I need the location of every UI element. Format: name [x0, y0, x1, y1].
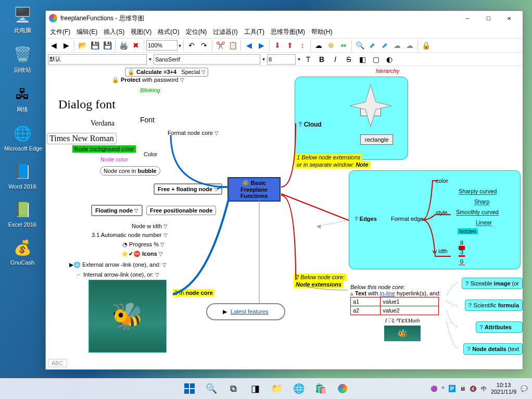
- titlebar[interactable]: freeplaneFunctions - 思维导图 ─ ☐ ✕: [46, 11, 523, 26]
- unfold-button[interactable]: ◀: [243, 40, 255, 51]
- explorer-button[interactable]: 📁: [267, 379, 287, 398]
- print-button[interactable]: 🖨️: [118, 40, 129, 51]
- tray-ime[interactable]: 中: [481, 385, 487, 393]
- search-button[interactable]: 🔍: [201, 379, 221, 398]
- center-button[interactable]: ⊕: [325, 40, 337, 51]
- redo-button[interactable]: ↷: [198, 40, 210, 51]
- font-combo[interactable]: [154, 54, 260, 65]
- scientific-node[interactable]: ? Scientific formula: [465, 300, 523, 311]
- unfold-all-button[interactable]: ⇔: [338, 40, 349, 51]
- menu-edit[interactable]: 编辑(E): [74, 27, 99, 38]
- desktop-icon-computer[interactable]: 🖥️此电脑: [4, 4, 41, 34]
- root-node[interactable]: 🐝 Basic Freeplane Functions: [227, 177, 281, 202]
- edge-color-button[interactable]: ◐: [384, 54, 395, 65]
- style-dropdown[interactable]: ▾: [149, 56, 151, 62]
- icons-node[interactable]: ⭐✔⛔ Icons ▽: [121, 251, 163, 257]
- font-dropdown[interactable]: ▾: [262, 56, 265, 62]
- strike-button[interactable]: S: [343, 54, 354, 65]
- in-node-core-node[interactable]: 3 In node core: [173, 289, 214, 296]
- menu-mindmap[interactable]: 思维导图(M): [269, 27, 307, 38]
- node-bg-button[interactable]: ▢: [370, 54, 382, 65]
- rect-node[interactable]: rectangle: [360, 134, 393, 145]
- protect-node[interactable]: 🔒 Protect with password ▽: [112, 77, 184, 83]
- tray-clock[interactable]: 10:13 2021/11/9: [491, 382, 516, 395]
- tray-chevron-icon[interactable]: ^: [442, 385, 445, 392]
- int-arrow-node[interactable]: ← Internal arrow-link (one), or: ▽: [76, 271, 159, 278]
- format-core-node[interactable]: Format node core ▽: [168, 130, 219, 136]
- start-button[interactable]: [180, 379, 199, 398]
- tray-notifications-icon[interactable]: 💬: [521, 385, 528, 392]
- desktop-icon-excel[interactable]: 📗Excel 2016: [4, 199, 41, 228]
- paste-button[interactable]: 📋: [227, 40, 238, 51]
- bold-button[interactable]: B: [316, 54, 327, 65]
- note2a-node[interactable]: 2 Below node core:: [294, 273, 347, 281]
- free-floating-node[interactable]: Free + floating node ▽: [154, 183, 222, 195]
- node-bg-node[interactable]: Node background color: [72, 145, 136, 153]
- free-position-node[interactable]: Free positionable node: [146, 206, 216, 215]
- floating-node[interactable]: Floating node ▽: [91, 205, 143, 216]
- node-bubble-node[interactable]: Node core in bubble: [100, 166, 160, 176]
- menu-view[interactable]: 视图(V): [129, 27, 154, 38]
- menu-format[interactable]: 格式(O): [156, 27, 181, 38]
- minimize-button[interactable]: ─: [457, 11, 478, 25]
- filter2-button[interactable]: ☁: [404, 40, 415, 51]
- menu-navigate[interactable]: 定位(N): [184, 27, 209, 38]
- close-button[interactable]: ✕: [499, 11, 520, 25]
- tray-volume-icon[interactable]: 🔇: [470, 385, 477, 392]
- hierarchy-node[interactable]: hierarchy: [376, 68, 399, 74]
- blinking-node[interactable]: Blinking: [140, 87, 160, 93]
- goto-button[interactable]: ⬈: [366, 40, 378, 51]
- verdana-node[interactable]: Verdana: [91, 119, 115, 128]
- widgets-button[interactable]: ◨: [245, 379, 265, 398]
- italic-button[interactable]: I: [330, 54, 341, 65]
- desktop-icon-word[interactable]: 📘Word 2016: [4, 161, 41, 190]
- font-label-node[interactable]: Font: [140, 116, 155, 124]
- cut-button[interactable]: ✂️: [214, 40, 226, 51]
- goto2-button[interactable]: ⬈: [379, 40, 390, 51]
- desktop-icon-network[interactable]: 🖧网络: [4, 83, 41, 114]
- menu-file[interactable]: 文件(F): [48, 27, 72, 38]
- details-panel[interactable]: Below this node core: ▵ Text with in-lin…: [350, 284, 454, 341]
- store-button[interactable]: 🛍️: [311, 379, 331, 398]
- fontsize-combo[interactable]: [267, 54, 296, 65]
- zoom-combo[interactable]: [146, 40, 178, 51]
- menu-insert[interactable]: 插入(S): [102, 27, 126, 38]
- color-node[interactable]: Color: [144, 151, 157, 157]
- maximize-button[interactable]: ☐: [478, 11, 499, 25]
- freeplane-taskbar-button[interactable]: [333, 379, 352, 398]
- next-map-button[interactable]: ▶: [60, 40, 72, 51]
- node-color-node[interactable]: Node color: [100, 156, 128, 163]
- menu-tools[interactable]: 工具(T): [242, 27, 267, 38]
- desktop-icon-edge[interactable]: 🌐Microsoft Edge: [4, 123, 41, 152]
- new-sibling2-button[interactable]: ↕: [297, 40, 308, 51]
- zoom-dropdown[interactable]: ▾: [179, 43, 181, 48]
- ext-arrow-node[interactable]: ▶🌐 External arrow -link (one), and: ▽: [69, 261, 167, 268]
- fold-button[interactable]: ▶: [256, 40, 267, 51]
- open-button[interactable]: 📂: [77, 40, 88, 51]
- note1b-node[interactable]: or in separate window: Note: [295, 161, 371, 168]
- tray-display-icon[interactable]: 🖥: [460, 385, 465, 392]
- save-button[interactable]: 💾: [89, 40, 100, 51]
- node-color-button[interactable]: ◧: [357, 54, 368, 65]
- new-child-button[interactable]: ⬇: [272, 40, 283, 51]
- menu-help[interactable]: 帮助(H): [309, 27, 335, 38]
- note2b-node[interactable]: Node extensions: [294, 281, 344, 288]
- prev-map-button[interactable]: ◀: [48, 40, 59, 51]
- taskview-button[interactable]: ⧉: [223, 379, 243, 398]
- note1-node[interactable]: 1 Below node extensions: [295, 154, 362, 161]
- desktop-icon-gnucash[interactable]: 💰GnuCash: [4, 237, 41, 266]
- saveas-button[interactable]: 💾: [102, 40, 113, 51]
- desktop-icon-recycle[interactable]: 🗑️回收站: [4, 44, 41, 74]
- sizeable-node[interactable]: ? Sizeable image (or: [462, 278, 523, 289]
- text-bg-button[interactable]: T: [302, 54, 314, 65]
- filter-button[interactable]: ☁: [391, 40, 403, 51]
- times-node[interactable]: Times New Roman: [47, 133, 117, 144]
- undo-button[interactable]: ↶: [186, 40, 197, 51]
- bee-image[interactable]: 🐝: [88, 280, 167, 353]
- calc-node[interactable]: 🔒 Calculate =3+4 Special ▽: [125, 68, 208, 77]
- attributes-node[interactable]: ? Attributes: [476, 321, 523, 333]
- tray-p-icon[interactable]: P: [449, 385, 455, 392]
- auto-number-node[interactable]: 3.1 Automatic node number ▽: [92, 232, 168, 238]
- latest-features-node[interactable]: ▶ Latest features: [206, 303, 285, 320]
- menu-filter[interactable]: 过滤器(I): [211, 27, 239, 38]
